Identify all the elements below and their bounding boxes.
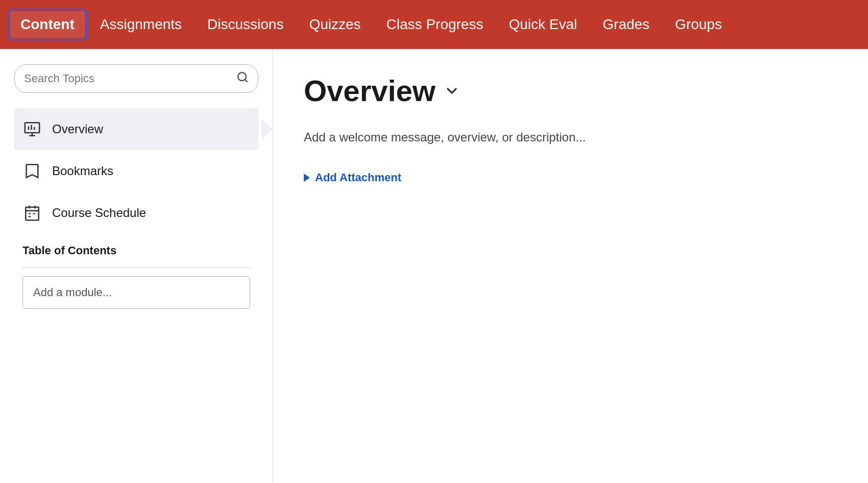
page-title: Overview (304, 74, 436, 108)
nav-quizzes[interactable]: Quizzes (299, 11, 371, 38)
sidebar-item-overview-label: Overview (52, 122, 103, 136)
svg-rect-8 (26, 207, 39, 221)
main-container: Overview Bookmarks (0, 49, 868, 483)
chevron-down-icon[interactable] (444, 83, 460, 103)
sidebar: Overview Bookmarks (0, 49, 273, 483)
svg-line-1 (245, 80, 247, 82)
content-area: Overview Add a welcome message, overview… (273, 49, 868, 483)
overview-description: Add a welcome message, overview, or desc… (304, 128, 837, 147)
search-icon[interactable] (236, 71, 249, 86)
sidebar-item-overview[interactable]: Overview (14, 108, 258, 150)
nav-groups[interactable]: Groups (665, 11, 732, 38)
search-input-wrapper[interactable] (14, 64, 258, 93)
nav-discussions[interactable]: Discussions (197, 11, 294, 38)
nav-quick-eval[interactable]: Quick Eval (498, 11, 587, 38)
table-of-contents-header: Table of Contents (14, 234, 258, 263)
sidebar-item-course-schedule-label: Course Schedule (52, 206, 146, 220)
section-divider (22, 268, 250, 268)
svg-rect-2 (25, 123, 39, 133)
calendar-icon (22, 203, 42, 223)
add-attachment-label: Add Attachment (315, 171, 401, 184)
search-container (14, 64, 258, 93)
sidebar-item-course-schedule[interactable]: Course Schedule (14, 192, 258, 234)
nav-content[interactable]: Content (10, 11, 85, 38)
add-attachment-link[interactable]: Add Attachment (304, 171, 837, 184)
nav-grades[interactable]: Grades (592, 11, 660, 38)
bookmark-icon (22, 161, 42, 181)
sidebar-item-bookmarks-label: Bookmarks (52, 164, 113, 178)
page-title-row: Overview (304, 74, 837, 108)
nav-class-progress[interactable]: Class Progress (376, 11, 494, 38)
sidebar-nav: Overview Bookmarks (14, 108, 258, 234)
search-input[interactable] (24, 72, 236, 85)
top-navigation: Content Assignments Discussions Quizzes … (0, 0, 868, 49)
nav-assignments[interactable]: Assignments (90, 11, 192, 38)
presentation-icon (22, 119, 42, 139)
add-module-input[interactable]: Add a module... (22, 276, 250, 309)
sidebar-item-bookmarks[interactable]: Bookmarks (14, 150, 258, 192)
triangle-right-icon (304, 174, 310, 182)
